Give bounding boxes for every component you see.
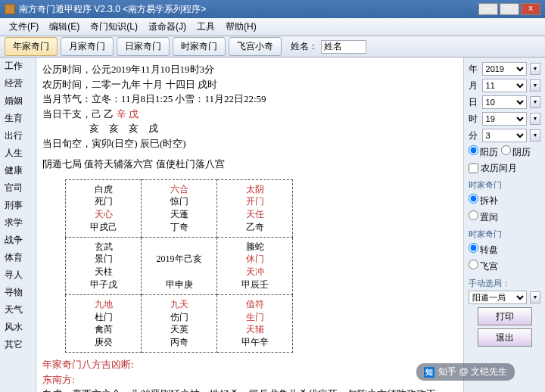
exit-button[interactable]: 退出 xyxy=(478,328,532,347)
group2-label: 时家奇门 xyxy=(469,229,540,240)
titlebar: 南方奇门遁甲程序 V2.3.0 <南方易学系列程序> — □ X xyxy=(0,0,545,18)
sidebar-item-business[interactable]: 经营 xyxy=(0,75,36,92)
sidebar-item-birth[interactable]: 生育 xyxy=(0,110,36,127)
sidebar-item-work[interactable]: 工作 xyxy=(0,58,36,75)
hour-spin[interactable]: ▾ xyxy=(530,113,540,125)
chaibu-radio-label[interactable]: 拆补 xyxy=(469,194,498,207)
tab-feigong[interactable]: 飞宫小奇 xyxy=(229,37,282,56)
footer-direction: 东南方: xyxy=(42,372,457,387)
year-spin[interactable]: ▾ xyxy=(530,63,540,75)
tab-year-qimen[interactable]: 年家奇门 xyxy=(5,37,58,56)
main-area: 工作 经营 婚姻 生育 出行 人生 健康 官司 刑事 求学 战争 体育 寻人 寻… xyxy=(0,58,545,392)
chart-cell-0-2: 太阴开门天任乙奇 xyxy=(217,179,293,237)
sidebar-item-fengshui[interactable]: 风水 xyxy=(0,319,36,336)
zhirun-radio-label[interactable]: 置闰 xyxy=(469,210,498,224)
hour-label: 时 xyxy=(469,113,479,126)
chart-cell-0-0: 白虎死门天心甲戌己 xyxy=(66,179,142,237)
chart-cell-1-2: 螣蛇休门天冲甲辰壬 xyxy=(217,237,293,294)
name-input[interactable] xyxy=(321,40,366,54)
minute-label: 分 xyxy=(469,129,479,142)
name-label: 姓名： xyxy=(291,40,318,53)
day-spin[interactable]: ▾ xyxy=(530,96,540,108)
watermark: 知 知乎 @ 文铠先生 xyxy=(416,363,515,381)
maximize-button[interactable]: □ xyxy=(500,3,519,15)
day-label: 日 xyxy=(469,96,479,109)
print-button[interactable]: 打印 xyxy=(478,307,532,325)
leap-label: 农历闰月 xyxy=(481,162,517,175)
footer-body: 白虎，禀西方之金，为凶恶刚猛之神。性好杀，司兵戈争斗杀伐病死。勾陈之方须防敌攻不 xyxy=(42,387,457,392)
chart-cell-0-1: 六合惊门天蓬丁奇 xyxy=(142,179,217,237)
menu-tools[interactable]: 工具 xyxy=(192,19,220,35)
window-buttons: — □ X xyxy=(478,3,540,15)
ju-line: 阴遁七局 值符天辅落六宫 值使杜门落八宫 xyxy=(42,157,457,172)
sidebar-item-war[interactable]: 战争 xyxy=(0,232,36,249)
app-icon xyxy=(5,4,15,14)
group3-label: 手动选局： xyxy=(469,278,540,289)
chart-cell-1-1: 2019年己亥甲申庚 xyxy=(142,237,217,294)
menu-yiming[interactable]: 遗命器(J) xyxy=(144,19,191,35)
sidebar-item-health[interactable]: 健康 xyxy=(0,162,36,179)
sidebar-item-sport[interactable]: 体育 xyxy=(0,249,36,266)
year-label: 年 xyxy=(469,63,479,76)
tab-hour-qimen[interactable]: 时家奇门 xyxy=(173,37,226,56)
right-panel: 年2019▾ 月11▾ 日10▾ 时19▾ 分3▾ 阳历 阴历 农历闰月 时家奇… xyxy=(463,58,545,392)
feigong-radio-label[interactable]: 飞宫 xyxy=(469,260,498,273)
qimen-chart: 白虎死门天心甲戌己 六合惊门天蓬丁奇 太阴开门天任乙奇 玄武景门天柱甲子戊 20… xyxy=(65,179,293,353)
ju-spin[interactable]: ▾ xyxy=(530,291,540,303)
sidebar-item-study[interactable]: 求学 xyxy=(0,214,36,232)
hour-select[interactable]: 19 xyxy=(482,112,528,126)
xunkong-line: 当日旬空，寅卯(日空) 辰巳(时空) xyxy=(42,136,457,151)
ju-select[interactable]: 阳遁一局 xyxy=(469,291,527,304)
lunar-radio[interactable] xyxy=(501,145,511,155)
solar-radio-label[interactable]: 阳历 xyxy=(469,145,498,159)
zhihu-icon: 知 xyxy=(424,367,434,378)
zhirun-radio[interactable] xyxy=(469,210,478,220)
chaibu-radio[interactable] xyxy=(469,194,478,204)
month-spin[interactable]: ▾ xyxy=(530,79,540,92)
chart-cell-2-1: 九天伤门天英丙奇 xyxy=(142,294,217,352)
chart-cell-1-0: 玄武景门天柱甲子戊 xyxy=(66,237,142,294)
sidebar-item-findobject[interactable]: 寻物 xyxy=(0,284,36,301)
sidebar: 工作 经营 婚姻 生育 出行 人生 健康 官司 刑事 求学 战争 体育 寻人 寻… xyxy=(0,58,36,392)
minute-spin[interactable]: ▾ xyxy=(530,129,540,142)
sidebar-item-marriage[interactable]: 婚姻 xyxy=(0,92,36,110)
menu-help[interactable]: 帮助(H) xyxy=(221,19,261,35)
menu-edit[interactable]: 编辑(E) xyxy=(45,19,84,35)
group1-label: 时家奇门 xyxy=(469,179,540,191)
menu-qimen[interactable]: 奇门知识(L) xyxy=(86,19,142,35)
menubar: 文件(F) 编辑(E) 奇门知识(L) 遗命器(J) 工具 帮助(H) xyxy=(0,18,545,36)
content-area: 公历时间，公元2019年11月10日19时3分 农历时间，二零一九年 十月 十四… xyxy=(36,58,463,392)
leap-checkbox[interactable] xyxy=(469,163,478,173)
tab-day-qimen[interactable]: 日家奇门 xyxy=(117,37,170,56)
sidebar-item-criminal[interactable]: 刑事 xyxy=(0,197,36,214)
month-label: 月 xyxy=(469,79,479,92)
close-button[interactable]: X xyxy=(521,3,540,15)
chart-cell-2-2: 值符生门天辅甲午辛 xyxy=(217,294,293,352)
solar-radio[interactable] xyxy=(469,145,478,155)
ganzhi-line: 当日干支，己 乙 辛 戊 xyxy=(42,107,457,122)
month-select[interactable]: 11 xyxy=(482,79,528,92)
year-select[interactable]: 2019 xyxy=(482,62,528,76)
sidebar-item-travel[interactable]: 出行 xyxy=(0,127,36,145)
menu-file[interactable]: 文件(F) xyxy=(5,19,43,35)
lunar-radio-label[interactable]: 阴历 xyxy=(501,145,531,159)
sidebar-item-other[interactable]: 其它 xyxy=(0,336,36,353)
minute-select[interactable]: 3 xyxy=(482,129,528,142)
sidebar-item-weather[interactable]: 天气 xyxy=(0,301,36,319)
minimize-button[interactable]: — xyxy=(478,3,498,15)
sidebar-item-findperson[interactable]: 寻人 xyxy=(0,266,36,284)
tab-month-qimen[interactable]: 月家奇门 xyxy=(61,37,114,56)
zhuanpan-radio-label[interactable]: 转盘 xyxy=(469,243,498,257)
day-select[interactable]: 10 xyxy=(482,95,528,109)
solar-term-line: 当月节气：立冬：11月8日1:25 小雪：11月22日22:59 xyxy=(42,92,457,107)
name-field: 姓名： xyxy=(291,40,366,54)
ganzhi-line2: 亥 亥 亥 戌 xyxy=(42,121,457,136)
sidebar-item-life[interactable]: 人生 xyxy=(0,145,36,162)
solar-date-line: 公历时间，公元2019年11月10日19时3分 xyxy=(42,62,457,77)
feigong-radio[interactable] xyxy=(469,260,478,269)
chart-cell-2-0: 九地杜门禽芮庚癸 xyxy=(66,294,142,352)
lunar-date-line: 农历时间，二零一九年 十月 十四日 戌时 xyxy=(42,77,457,92)
toolbar: 年家奇门 月家奇门 日家奇门 时家奇门 飞宫小奇 姓名： xyxy=(0,36,545,58)
zhuanpan-radio[interactable] xyxy=(469,243,478,253)
sidebar-item-lawsuit[interactable]: 官司 xyxy=(0,179,36,197)
